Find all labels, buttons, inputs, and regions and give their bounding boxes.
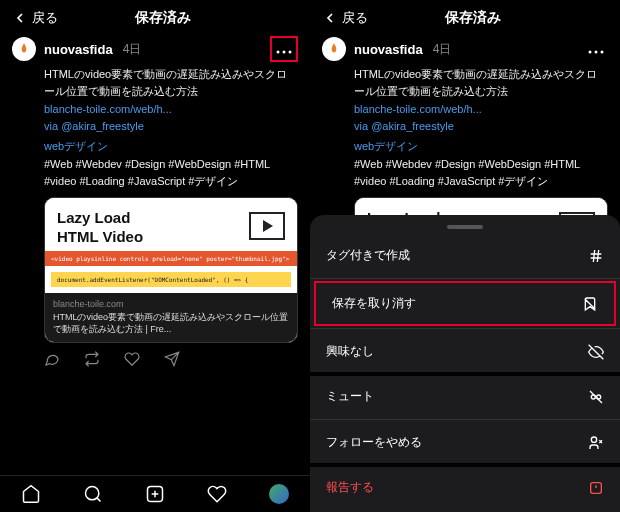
topic-link[interactable]: webデザイン <box>44 138 298 156</box>
back-label: 戻る <box>342 9 368 27</box>
sheet-label: 興味なし <box>326 343 374 360</box>
code-red: <video playsinline controls preload="non… <box>45 251 297 266</box>
username[interactable]: nuovasfida <box>44 42 113 57</box>
svg-point-7 <box>601 51 604 54</box>
hashtags[interactable]: #Web #Webdev #Design #WebDesign #HTML #v… <box>44 156 298 191</box>
reply-icon[interactable] <box>44 351 60 367</box>
post-time: 4日 <box>123 41 142 58</box>
username[interactable]: nuovasfida <box>354 42 423 57</box>
unfollow-icon <box>588 435 604 451</box>
avatar[interactable] <box>12 37 36 61</box>
eye-off-icon <box>588 344 604 360</box>
activity-icon[interactable] <box>207 484 227 504</box>
repost-icon[interactable] <box>84 351 100 367</box>
search-icon[interactable] <box>83 484 103 504</box>
more-icon <box>588 50 604 54</box>
svg-point-10 <box>591 437 596 442</box>
post-via: via @akira_freestyle <box>354 118 608 135</box>
post-tags: webデザイン #Web #Webdev #Design #WebDesign … <box>44 138 298 191</box>
like-icon[interactable] <box>124 351 140 367</box>
card-image: Lazy Load HTML Video <box>45 198 297 251</box>
tab-bar <box>0 475 310 512</box>
header: 戻る 保存済み <box>0 0 310 36</box>
topic-link[interactable]: webデザイン <box>354 138 608 156</box>
card-footer: blanche-toile.com HTMLのvideo要素で動画の遅延読み込み… <box>45 293 297 342</box>
create-icon[interactable] <box>145 484 165 504</box>
sheet-label: 報告する <box>326 479 374 496</box>
post-via: via @akira_freestyle <box>44 118 298 135</box>
more-button[interactable] <box>270 36 298 62</box>
svg-point-6 <box>595 51 598 54</box>
post-url[interactable]: blanche-toile.com/web/h... <box>44 101 298 118</box>
avatar-logo-icon <box>327 42 341 56</box>
sheet-label: 保存を取り消す <box>332 295 416 312</box>
card-domain: blanche-toile.com <box>53 299 289 309</box>
sheet-report[interactable]: 報告する <box>310 467 620 508</box>
report-icon <box>588 480 604 496</box>
back-label: 戻る <box>32 9 58 27</box>
card-title-1: Lazy Load <box>57 208 143 228</box>
home-icon[interactable] <box>21 484 41 504</box>
hash-icon <box>588 248 604 264</box>
share-icon[interactable] <box>164 351 180 367</box>
sheet-label: フォローをやめる <box>326 434 422 451</box>
post-body: HTMLのvideo要素で動画の遅延読み込みやスクロール位置で動画を読み込む方法 <box>354 66 608 99</box>
post-header: nuovasfida 4日 <box>322 36 608 62</box>
via-handle[interactable]: @akira_freestyle <box>61 120 144 132</box>
sheet-label: ミュート <box>326 388 374 405</box>
post-time: 4日 <box>433 41 452 58</box>
post-content: nuovasfida 4日 HTMLのvideo要素で動画の遅延読み込みやスクロ… <box>0 36 310 475</box>
back-button[interactable]: 戻る <box>12 9 58 27</box>
profile-avatar[interactable] <box>269 484 289 504</box>
sheet-handle[interactable] <box>447 225 483 229</box>
card-caption: HTMLのvideo要素で動画の遅延読み込みやスクロール位置で動画を読み込む方法… <box>53 311 289 336</box>
svg-point-3 <box>86 487 99 500</box>
sheet-not-interested[interactable]: 興味なし <box>310 331 620 372</box>
svg-point-2 <box>289 51 292 54</box>
sheet-unfollow[interactable]: フォローをやめる <box>310 422 620 463</box>
post-tags: webデザイン #Web #Webdev #Design #WebDesign … <box>354 138 608 191</box>
sheet-mute[interactable]: ミュート <box>310 376 620 417</box>
more-icon <box>276 50 292 54</box>
more-button[interactable] <box>584 36 608 62</box>
screen-right: 戻る 保存済み nuovasfida 4日 HTMLのvideo要素で動画の遅延… <box>310 0 620 512</box>
code-yellow: document.addEventListener("DOMContentLoa… <box>51 272 291 287</box>
via-handle[interactable]: @akira_freestyle <box>371 120 454 132</box>
avatar-logo-icon <box>17 42 31 56</box>
post-body: HTMLのvideo要素で動画の遅延読み込みやスクロール位置で動画を読み込む方法 <box>44 66 298 99</box>
unsave-icon <box>582 296 598 312</box>
mute-icon <box>588 389 604 405</box>
svg-point-1 <box>283 51 286 54</box>
header: 戻る 保存済み <box>310 0 620 36</box>
post-actions <box>44 351 298 367</box>
screen-left: 戻る 保存済み nuovasfida 4日 HTMLのvideo要素で動画の遅延… <box>0 0 310 512</box>
sheet-label: タグ付きで作成 <box>326 247 410 264</box>
action-sheet: タグ付きで作成 保存を取り消す 興味なし ミュート フォローをやめる 報告する <box>310 215 620 512</box>
avatar[interactable] <box>322 37 346 61</box>
sheet-unsave[interactable]: 保存を取り消す <box>314 281 616 326</box>
hashtags[interactable]: #Web #Webdev #Design #WebDesign #HTML #v… <box>354 156 608 191</box>
post-header: nuovasfida 4日 <box>12 36 298 62</box>
back-button[interactable]: 戻る <box>322 9 368 27</box>
link-card[interactable]: Lazy Load HTML Video <video playsinline … <box>44 197 298 343</box>
card-title-2: HTML Video <box>57 227 143 247</box>
svg-point-5 <box>589 51 592 54</box>
chevron-left-icon <box>12 10 28 26</box>
play-icon <box>249 212 285 240</box>
page-title: 保存済み <box>58 9 268 27</box>
post-url[interactable]: blanche-toile.com/web/h... <box>354 101 608 118</box>
chevron-left-icon <box>322 10 338 26</box>
sheet-create-tagged[interactable]: タグ付きで作成 <box>310 235 620 276</box>
svg-point-0 <box>277 51 280 54</box>
page-title: 保存済み <box>368 9 578 27</box>
